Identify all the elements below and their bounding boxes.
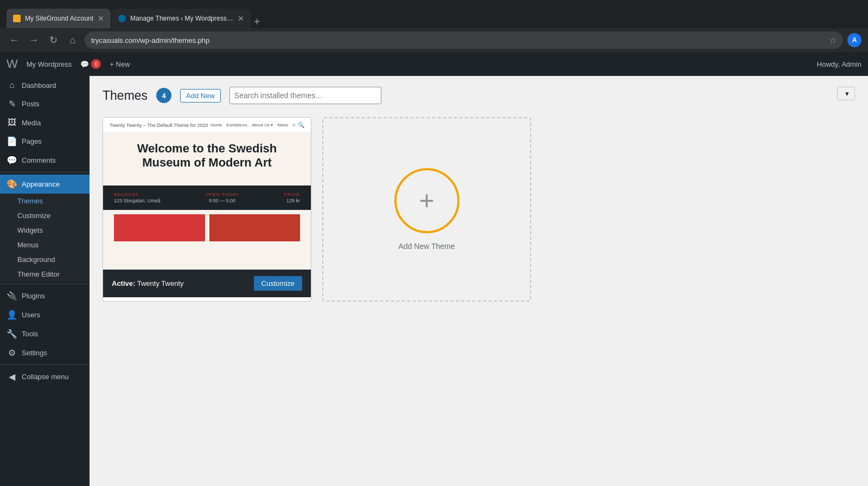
sidebar-menu: ⌂ Dashboard ✎ Posts 🖼 Media 📄 Pages 💬 Co… xyxy=(0,76,90,386)
search-input[interactable] xyxy=(229,87,381,104)
theme-card-footer: Active: Twenty Twenty Customize xyxy=(103,270,311,297)
tab-siteground-label: My SiteGround Account xyxy=(25,15,93,22)
sidebar-submenu-background[interactable]: Background xyxy=(0,252,90,267)
nav-home-button[interactable]: ⌂ xyxy=(65,35,80,46)
add-theme-card[interactable]: + Add New Theme xyxy=(322,117,531,302)
add-new-button[interactable]: Add New xyxy=(180,89,221,103)
wp-admin-bar: W My Wordpress 💬 0 + New Howdy, Admin xyxy=(0,52,868,76)
address-label: ADDRESS xyxy=(114,192,161,197)
help-button[interactable]: ▾ xyxy=(837,87,855,100)
browser-chrome: My SiteGround Account ✕ Manage Themes ‹ … xyxy=(0,0,868,28)
red-block-2 xyxy=(209,214,301,241)
customize-button[interactable]: Customize xyxy=(254,276,302,291)
nav-back-button[interactable]: ← xyxy=(7,35,22,46)
sidebar-item-label: Appearance xyxy=(22,180,60,188)
nav-reload-button[interactable]: ↻ xyxy=(46,34,61,46)
price-label: PRICE xyxy=(284,192,300,197)
bookmark-icon[interactable]: ☆ xyxy=(829,35,837,46)
comments-sidebar-icon: 💬 xyxy=(7,155,17,165)
sidebar: ⌂ Dashboard ✎ Posts 🖼 Media 📄 Pages 💬 Co… xyxy=(0,76,90,486)
theme-preview-name: Twenty Twenty – The Default Theme for 20… xyxy=(110,123,210,128)
active-theme-card[interactable]: Twenty Twenty – The Default Theme for 20… xyxy=(103,117,311,302)
tab-wp-close[interactable]: ✕ xyxy=(238,14,244,23)
collapse-icon: ◀ xyxy=(7,372,17,382)
theme-preview-title: Welcome to the Swedish Museum of Modern … xyxy=(114,142,300,170)
comments-icon: 💬 xyxy=(80,60,89,68)
sidebar-item-collapse[interactable]: ◀ Collapse menu xyxy=(0,367,90,386)
page-header: Themes 4 Add New xyxy=(103,87,381,104)
theme-name: Twenty Twenty xyxy=(137,279,184,287)
themes-grid: Twenty Twenty – The Default Theme for 20… xyxy=(103,117,855,302)
appearance-submenu: Themes Customize Widgets Menus Backgroun… xyxy=(0,194,90,282)
address-value: 123 Storgatan, Umeå xyxy=(114,198,161,203)
address-bar-row: ← → ↻ ⌂ trycasuals.com/wp-admin/themes.p… xyxy=(0,28,868,52)
content-top: Themes 4 Add New ▾ xyxy=(103,87,855,115)
nav-news-item: News xyxy=(277,123,288,127)
theme-preview-header: Twenty Twenty – The Default Theme for 20… xyxy=(103,118,311,133)
sidebar-item-dashboard[interactable]: ⌂ Dashboard xyxy=(0,76,90,94)
admin-bar-comments[interactable]: 💬 0 xyxy=(80,59,101,69)
nav-exhibitions-item: Exhibitions xyxy=(226,123,247,127)
sidebar-item-users[interactable]: 👤 Users xyxy=(0,305,90,324)
content-area: Themes 4 Add New ▾ Twenty Twenty – The D… xyxy=(90,76,868,486)
theme-preview-dark-banner: ADDRESS 123 Storgatan, Umeå OPEN TODAY 9… xyxy=(103,186,311,210)
sidebar-item-label: Media xyxy=(22,119,41,127)
sidebar-submenu-themes[interactable]: Themes xyxy=(0,194,90,208)
tab-siteground-close[interactable]: ✕ xyxy=(98,14,104,23)
dashboard-icon: ⌂ xyxy=(7,80,17,90)
sidebar-submenu-theme-editor[interactable]: Theme Editor xyxy=(0,267,90,282)
theme-count-badge: 4 xyxy=(156,88,171,103)
sidebar-item-label: Comments xyxy=(22,156,56,164)
address-bar[interactable]: trycasuals.com/wp-admin/themes.php ☆ xyxy=(85,31,843,49)
sidebar-item-tools[interactable]: 🔧 Tools xyxy=(0,324,90,343)
tab-siteground[interactable]: My SiteGround Account ✕ xyxy=(7,9,111,28)
nav-about-item: About Us ▾ xyxy=(252,123,273,127)
add-theme-plus-icon: + xyxy=(419,188,434,214)
menu-icon: ≡ xyxy=(292,122,296,128)
sidebar-item-pages[interactable]: 📄 Pages xyxy=(0,132,90,151)
wp-favicon xyxy=(118,15,126,22)
sidebar-item-plugins[interactable]: 🔌 Plugins xyxy=(0,286,90,305)
active-label-strong: Active: xyxy=(112,279,135,287)
sidebar-item-label: Collapse menu xyxy=(22,373,69,381)
address-text: trycasuals.com/wp-admin/themes.php xyxy=(91,36,209,44)
help-chevron-icon: ▾ xyxy=(845,89,849,98)
sidebar-item-appearance[interactable]: 🎨 Appearance xyxy=(0,175,90,194)
sidebar-submenu-customize[interactable]: Customize xyxy=(0,208,90,223)
sidebar-item-label: Dashboard xyxy=(22,81,56,89)
sidebar-submenu-menus[interactable]: Menus xyxy=(0,238,90,252)
sidebar-submenu-widgets[interactable]: Widgets xyxy=(0,223,90,238)
new-tab-button[interactable]: + xyxy=(254,16,260,28)
add-theme-circle: + xyxy=(394,168,459,233)
tab-wp[interactable]: Manage Themes ‹ My Wordpress… ✕ xyxy=(112,9,251,28)
settings-icon: ⚙ xyxy=(7,348,17,358)
appearance-icon: 🎨 xyxy=(7,179,17,189)
red-block-1 xyxy=(114,214,205,241)
sidebar-item-comments[interactable]: 💬 Comments xyxy=(0,151,90,170)
theme-preview-content: Welcome to the Swedish Museum of Modern … xyxy=(103,133,311,186)
admin-bar-right: Howdy, Admin xyxy=(817,60,861,68)
wp-logo-icon[interactable]: W xyxy=(7,57,18,71)
tabs-bar: My SiteGround Account ✕ Manage Themes ‹ … xyxy=(7,0,260,28)
search-preview-icon: 🔍 xyxy=(298,122,304,128)
page-title: Themes xyxy=(103,88,148,103)
admin-bar-new[interactable]: + New xyxy=(110,60,130,68)
howdy-text: Howdy, Admin xyxy=(817,60,861,68)
theme-preview: Twenty Twenty – The Default Theme for 20… xyxy=(103,118,311,270)
admin-bar-site-name[interactable]: My Wordpress xyxy=(27,60,72,68)
sidebar-item-label: Users xyxy=(22,311,40,319)
main-layout: ⌂ Dashboard ✎ Posts 🖼 Media 📄 Pages 💬 Co… xyxy=(0,76,868,486)
theme-active-label: Active: Twenty Twenty xyxy=(112,279,184,287)
users-icon: 👤 xyxy=(7,310,17,320)
sidebar-item-posts[interactable]: ✎ Posts xyxy=(0,94,90,113)
site-name-label: My Wordpress xyxy=(27,60,72,68)
theme-preview-nav-icons: ≡ 🔍 xyxy=(292,122,304,128)
sidebar-item-label: Posts xyxy=(22,100,40,108)
siteground-favicon xyxy=(13,15,21,22)
theme-preview-red-blocks xyxy=(103,214,311,250)
sidebar-item-settings[interactable]: ⚙ Settings xyxy=(0,343,90,362)
profile-avatar[interactable]: A xyxy=(847,33,861,47)
sidebar-item-media[interactable]: 🖼 Media xyxy=(0,113,90,132)
nav-forward-button[interactable]: → xyxy=(26,35,41,46)
new-label: + New xyxy=(110,60,130,68)
